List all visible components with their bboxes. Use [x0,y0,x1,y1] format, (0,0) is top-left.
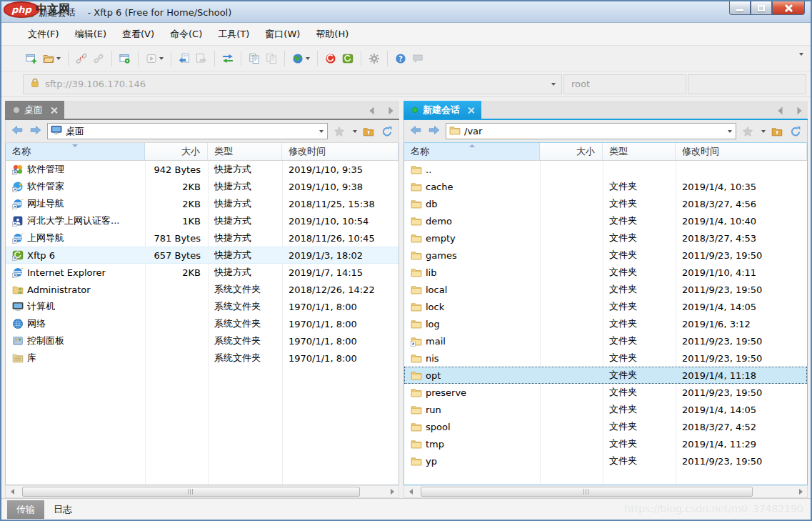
transfers-tab[interactable]: 传输 [7,500,44,519]
tab-close-icon[interactable] [51,106,57,113]
file-row-网址导航[interactable]: 网址导航2KB快捷方式2018/11/25, 15:38 [6,195,399,212]
tab-new-session[interactable]: 新建会话 [404,101,481,119]
open-folder-button[interactable] [40,50,64,67]
compare-button[interactable] [246,50,263,67]
back-button[interactable] [408,123,423,140]
remote-hscrollbar[interactable] [404,485,808,498]
file-row-lock[interactable]: lock文件夹2019/1/4, 14:05 [404,298,807,315]
settings-button[interactable] [366,50,383,67]
file-row-cache[interactable]: cache文件夹2019/1/4, 10:35 [404,178,807,195]
chevron-down-icon[interactable] [306,57,310,60]
scroll-left-icon[interactable] [404,486,417,497]
forward-button[interactable] [29,123,43,140]
refresh-button[interactable] [788,124,803,139]
file-row-Administrator[interactable]: Administrator系统文件夹2018/12/26, 14:22 [6,281,399,298]
menu-item-1[interactable]: 编辑(E) [67,24,114,44]
file-row-local[interactable]: local文件夹2011/9/23, 19:50 [404,281,807,298]
xshell-button[interactable] [322,50,339,67]
tab-desktop[interactable]: 桌面 [5,101,64,119]
tab-scroll-right-icon[interactable] [385,105,396,116]
file-row-games[interactable]: games文件夹2011/9/23, 19:50 [404,247,807,264]
toolbar-overflow-button[interactable] [797,56,803,69]
tab-close-icon[interactable] [468,106,474,113]
help-button[interactable]: ? [392,50,409,67]
favorites-button[interactable] [332,124,346,139]
password-field[interactable] [688,74,806,94]
menu-item-0[interactable]: 文件(F) [20,24,67,44]
synchronize-button[interactable] [219,50,236,67]
tab-scroll-left-icon[interactable] [775,105,786,116]
file-row-empty[interactable]: empty文件夹2018/3/27, 4:53 [404,229,807,247]
file-row-库[interactable]: 库系统文件夹1970/1/1, 8:00 [6,349,399,367]
scroll-left-icon[interactable] [6,486,19,497]
back-button[interactable] [10,123,24,140]
column-header-2[interactable]: 类型 [603,143,676,160]
column-header-0[interactable]: 名称 [404,143,540,160]
menu-item-4[interactable]: 工具(T) [210,24,257,44]
favorites-dropdown-icon[interactable] [353,130,357,133]
column-header-1[interactable]: 大小 [145,143,208,160]
close-button[interactable] [772,1,805,15]
file-row-网络[interactable]: 网络系统文件夹1970/1/1, 8:00 [6,315,399,332]
local-path-combo[interactable]: 桌面 [47,123,328,139]
favorites-button[interactable] [741,124,755,139]
file-row-河北大学上网认证客...[interactable]: 河北大学上网认证客...1KB快捷方式2019/1/10, 10:54 [6,212,399,229]
chevron-down-icon[interactable] [159,57,164,60]
scroll-right-icon[interactable] [794,486,807,497]
column-header-1[interactable]: 大小 [540,143,603,160]
maximize-button[interactable] [751,1,772,15]
menu-item-5[interactable]: 窗口(W) [257,24,308,44]
compare-2-button[interactable] [263,50,280,67]
file-row-计算机[interactable]: 计算机系统文件夹1970/1/1, 8:00 [6,298,399,315]
xftp-button[interactable] [339,50,356,67]
transfer-left-button[interactable] [176,50,193,67]
file-row-Internet Explorer[interactable]: Internet Explorer2KB快捷方式2019/1/7, 14:15 [6,264,399,281]
refresh-button[interactable] [380,124,394,139]
file-row-opt[interactable]: opt文件夹2019/1/4, 11:18 [404,367,807,384]
up-directory-button[interactable] [770,124,784,139]
menu-item-3[interactable]: 命令(C) [162,24,210,44]
file-row-yp[interactable]: yp文件夹2011/9/23, 19:50 [404,452,807,470]
column-header-0[interactable]: 名称 [6,143,145,160]
file-row-log[interactable]: log文件夹2019/1/6, 3:12 [404,315,807,332]
menu-item-6[interactable]: 帮助(H) [308,24,356,44]
file-row-preserve[interactable]: preserve文件夹2011/9/23, 19:50 [404,384,807,401]
file-row-demo[interactable]: demo文件夹2019/1/4, 10:40 [404,212,807,229]
transfer-right-button[interactable] [193,50,210,67]
address-url-combo[interactable]: sftp://39.106.170.146 [23,74,562,94]
file-row-Xftp 6[interactable]: Xftp 6657 Bytes快捷方式2019/1/3, 18:02 [6,247,399,264]
tab-scroll-right-icon[interactable] [793,105,805,116]
new-session-button[interactable] [23,50,40,67]
column-header-3[interactable]: 修改时间 [282,143,399,160]
remote-path-combo[interactable]: /var [446,123,736,139]
column-header-2[interactable]: 类型 [208,143,282,160]
web-button[interactable] [289,50,313,67]
file-row-软件管理[interactable]: 软件管理942 Bytes快捷方式2019/1/10, 9:35 [6,161,399,178]
file-row-mail[interactable]: mail文件夹2011/9/23, 19:50 [404,332,807,349]
local-hscrollbar[interactable] [5,485,399,498]
chevron-down-icon[interactable] [56,57,61,60]
scroll-right-icon[interactable] [386,486,399,497]
up-directory-button[interactable] [361,124,376,139]
chevron-down-icon[interactable] [551,83,556,86]
file-row-软件管家[interactable]: 软件管家2KB快捷方式2019/1/10, 9:38 [6,178,399,195]
favorites-dropdown-icon[interactable] [761,130,766,133]
file-row-run[interactable]: run文件夹2019/1/4, 14:05 [404,401,807,418]
reconnect-button[interactable] [90,50,107,67]
column-header-3[interactable]: 修改时间 [676,143,807,160]
disconnect-button[interactable] [73,50,90,67]
minimize-button[interactable] [729,1,751,15]
file-row-上网导航[interactable]: 上网导航781 Bytes快捷方式2018/11/26, 10:45 [6,229,399,247]
file-row-db[interactable]: db文件夹2018/3/27, 4:56 [404,195,807,212]
tab-scroll-left-icon[interactable] [366,105,378,116]
log-tab[interactable]: 日志 [44,500,81,519]
feedback-button[interactable] [409,50,426,67]
forward-button[interactable] [427,123,441,140]
username-field[interactable]: root [563,74,686,94]
file-row-tmp[interactable]: tmp文件夹2019/1/4, 11:29 [404,435,807,452]
menu-item-2[interactable]: 查看(V) [114,24,162,44]
file-row-spool[interactable]: spool文件夹2018/3/27, 4:52 [404,418,807,435]
file-row-..[interactable]: .. [404,161,807,178]
file-row-nis[interactable]: nis文件夹2011/9/23, 19:50 [404,349,807,367]
scroll-thumb[interactable] [421,487,753,497]
